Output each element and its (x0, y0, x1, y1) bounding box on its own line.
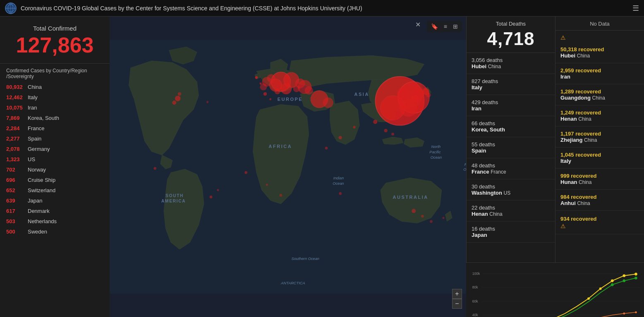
country-list-item[interactable]: 702Norway (0, 164, 110, 175)
country-name: Iran (28, 105, 37, 111)
country-name: Switzerland (28, 187, 55, 193)
svg-point-81 (611, 284, 614, 286)
app-title: Coronavirus COVID-19 Global Cases by the… (21, 5, 632, 12)
country-list-item[interactable]: 2,277Spain (0, 133, 110, 144)
svg-text:Paci: Paci (464, 162, 466, 167)
svg-point-78 (634, 273, 637, 276)
deaths-location: Henan China (472, 211, 550, 217)
svg-rect-67 (470, 267, 640, 317)
country-name: Italy (28, 94, 38, 100)
svg-point-80 (587, 297, 590, 300)
deaths-count: 55 deaths (472, 141, 550, 148)
country-count: 10,075 (6, 105, 28, 111)
svg-text:ANTARCTICA: ANTARCTICA (280, 281, 305, 285)
map-area[interactable]: North Pacific Ocean South Paci Oce India… (110, 17, 466, 317)
svg-point-64 (280, 194, 282, 197)
by-region-label: Confirmed Cases by Country/Region /Sover… (0, 64, 110, 82)
deaths-count: 30 deaths (472, 184, 550, 190)
deaths-count: 22 deaths (472, 205, 550, 211)
country-list-item[interactable]: 80,932China (0, 82, 110, 92)
svg-point-58 (353, 126, 356, 129)
country-count: 696 (6, 177, 28, 183)
bookmark-icon[interactable]: 🔖 (429, 22, 440, 31)
svg-point-36 (323, 98, 333, 108)
deaths-list-item: 55 deathsSpain (467, 137, 555, 158)
svg-text:Ocean: Ocean (333, 181, 344, 186)
svg-point-22 (280, 83, 292, 94)
zoom-controls: + − (452, 289, 462, 309)
svg-point-85 (635, 311, 637, 313)
svg-point-66 (206, 101, 208, 103)
svg-point-77 (623, 274, 626, 277)
svg-text:80k: 80k (472, 285, 479, 289)
recovered-list-item: 1,249 recoveredHenan China (555, 105, 644, 126)
recovered-list-item: 50,318 recoveredHubei China (555, 42, 644, 63)
country-count: 1,323 (6, 156, 28, 162)
country-count: 500 (6, 229, 28, 235)
country-list-item[interactable]: 500Sweden (0, 226, 110, 237)
country-list-item[interactable]: 7,869Korea, South (0, 113, 110, 123)
recovered-count: 1,197 recovered (560, 131, 639, 137)
country-list-item[interactable]: 10,075Iran (0, 102, 110, 113)
svg-point-47 (384, 129, 387, 132)
svg-point-83 (634, 276, 637, 279)
left-panel: Total Confirmed 127,863 Confirmed Cases … (0, 17, 110, 317)
country-list-item[interactable]: 639Japan (0, 195, 110, 206)
deaths-location: Hubei China (472, 63, 550, 69)
recovered-panel: No Data ⚠50,318 recoveredHubei China2,95… (555, 17, 644, 262)
deaths-total-value: 4,718 (472, 29, 550, 49)
svg-point-32 (260, 82, 262, 84)
map-close-icon[interactable]: ✕ (415, 21, 421, 29)
grid-icon[interactable]: ⊞ (451, 22, 460, 31)
country-name: Korea, South (28, 115, 59, 121)
country-list-item[interactable]: 2,284France (0, 123, 110, 133)
list-icon[interactable]: ≡ (442, 22, 449, 31)
zoom-in-button[interactable]: + (452, 289, 462, 299)
country-list-item[interactable]: 1,323US (0, 154, 110, 164)
zoom-out-button[interactable]: − (452, 299, 462, 309)
svg-text:EUROPE: EUROPE (278, 97, 303, 102)
north-pacific-label: North (431, 145, 441, 149)
svg-point-57 (339, 136, 342, 139)
svg-point-53 (217, 189, 219, 191)
country-list-item[interactable]: 12,462Italy (0, 92, 110, 102)
deaths-count: 429 deaths (472, 99, 550, 105)
recovered-location: Italy (560, 158, 639, 164)
country-name: Norway (28, 167, 46, 173)
svg-point-50 (172, 100, 176, 105)
country-list-item[interactable]: 2,078Germany (0, 144, 110, 154)
deaths-header: Total Deaths 4,718 (467, 17, 555, 53)
svg-point-56 (325, 147, 328, 150)
svg-text:AMERICA: AMERICA (161, 199, 186, 203)
deaths-location: Spain (472, 148, 550, 154)
svg-point-79 (599, 288, 602, 290)
country-list-item[interactable]: 617Denmark (0, 206, 110, 216)
country-list-item[interactable]: 503Netherlands (0, 216, 110, 226)
deaths-location: Iran (472, 105, 550, 112)
svg-point-60 (421, 215, 424, 218)
right-container: Total Deaths 4,718 3,056 deathsHubei Chi… (466, 17, 644, 317)
country-count: 2,277 (6, 136, 28, 142)
recovered-location: Hubei China (560, 52, 639, 59)
deaths-count: 66 deaths (472, 120, 550, 126)
recovered-count: 999 recovered (560, 173, 639, 179)
recovered-list: ⚠50,318 recoveredHubei China2,959 recove… (555, 31, 644, 234)
deaths-list-item: 48 deathsFrance France (467, 158, 555, 179)
total-confirmed-box: Total Confirmed 127,863 (0, 21, 110, 64)
country-count: 7,869 (6, 115, 28, 121)
warning-icon: ⚠ (560, 34, 566, 41)
main-layout: Total Confirmed 127,863 Confirmed Cases … (0, 17, 644, 317)
menu-icon[interactable]: ☰ (632, 4, 639, 13)
country-count: 702 (6, 167, 28, 173)
country-count: 639 (6, 198, 28, 204)
country-name: Denmark (28, 208, 50, 214)
recovered-location: Guangdong China (560, 95, 639, 101)
deaths-list-item: 22 deathsHenan China (467, 200, 555, 222)
country-list-item[interactable]: 696Cruise Ship (0, 175, 110, 185)
svg-point-26 (275, 89, 280, 95)
north-pacific-label2: Pacific (429, 150, 441, 154)
country-count: 80,932 (6, 84, 28, 90)
svg-point-33 (263, 92, 267, 95)
svg-text:Indian: Indian (333, 176, 344, 180)
country-list-item[interactable]: 652Switzerland (0, 185, 110, 195)
